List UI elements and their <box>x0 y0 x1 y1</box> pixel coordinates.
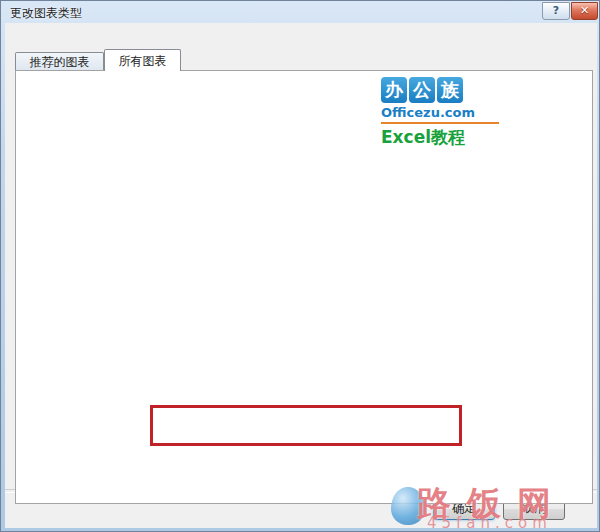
close-button[interactable]: ✕ <box>571 2 598 20</box>
change-chart-type-dialog: 更改图表类型 ? ✕ 推荐的图表 所有图表 最近模板柱形图折线图饼图条形图面积图… <box>0 0 600 532</box>
close-icon: ✕ <box>580 4 589 17</box>
tab-recommended-charts[interactable]: 推荐的图表 <box>15 52 104 71</box>
dialog-body: 推荐的图表 所有图表 最近模板柱形图折线图饼图条形图面积图X Y (散点图)股价… <box>5 23 597 528</box>
tab-all-charts[interactable]: 所有图表 <box>104 49 181 71</box>
help-button[interactable]: ? <box>542 2 570 20</box>
question-icon: ? <box>553 4 559 17</box>
dialog-title: 更改图表类型 <box>10 5 82 22</box>
all-charts-panel <box>15 70 593 504</box>
